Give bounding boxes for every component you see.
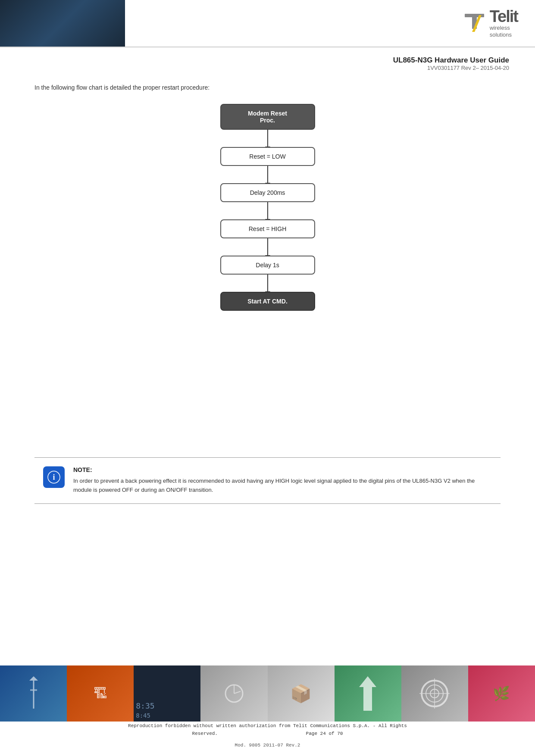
note-content: NOTE: In order to prevent a back powerin… — [73, 466, 492, 495]
footer-copyright: Reproduction forbidden without written a… — [0, 722, 535, 738]
flowchart-arrow-5 — [267, 275, 268, 292]
footer-img-3: 8:358:45 — [134, 665, 200, 722]
footer-copyright-line1: Reproduction forbidden without written a… — [128, 723, 407, 728]
intro-text: In the following flow chart is detailed … — [34, 84, 501, 91]
flowchart-step-2: Reset = LOW — [220, 147, 315, 166]
note-section: i NOTE: In order to prevent a back power… — [34, 457, 501, 504]
flowchart-arrow-3 — [267, 202, 268, 219]
svg-marker-11 — [359, 676, 376, 711]
footer-img-7 — [401, 665, 468, 722]
svg-line-10 — [234, 691, 241, 694]
svg-rect-7 — [30, 689, 37, 691]
logo-tagline: wireless solutions — [490, 25, 518, 38]
telit-logo: Telit wireless solutions — [463, 8, 518, 38]
footer-img-4 — [200, 665, 267, 722]
footer-img-8: 🌿 — [468, 665, 535, 722]
logo-brand: Telit — [490, 8, 518, 25]
flowchart-arrow-4 — [267, 238, 268, 256]
flowchart-step-1: Modem ResetProc. — [220, 104, 315, 130]
page-header: Telit wireless solutions — [0, 0, 535, 47]
note-title: NOTE: — [73, 466, 492, 473]
flowchart-step-4: Reset = HIGH — [220, 219, 315, 238]
svg-marker-6 — [29, 676, 38, 681]
logo-graphic — [463, 12, 486, 35]
footer-image-strip: 🏗 8:358:45 📦 — [0, 665, 535, 722]
footer-reserved: Reserved. — [192, 731, 218, 736]
footer-img-2: 🏗 — [67, 665, 134, 722]
header-left-band — [0, 0, 125, 47]
footer-img-5: 📦 — [268, 665, 335, 722]
flowchart-arrow-1 — [267, 130, 268, 147]
footer-mod-info: Mod. 9805 2011-07 Rev.2 — [0, 740, 535, 748]
main-content: In the following flow chart is detailed … — [0, 75, 535, 525]
footer-img-1 — [0, 665, 67, 722]
document-title-area: UL865-N3G Hardware User Guide 1VV0301177… — [0, 47, 535, 75]
header-right: Telit wireless solutions — [125, 0, 535, 47]
flowchart-arrow-2 — [267, 166, 268, 183]
note-text: In order to prevent a back powering effe… — [73, 477, 492, 495]
flowchart-step-5: Delay 1s — [220, 256, 315, 275]
logo-text-group: Telit wireless solutions — [490, 8, 518, 38]
note-icon: i — [43, 466, 65, 488]
document-title: UL865-N3G Hardware User Guide — [26, 56, 509, 65]
flowchart-step-3: Delay 200ms — [220, 183, 315, 202]
footer-page-info: Page 24 of 70 — [306, 731, 343, 736]
footer-img-6 — [335, 665, 401, 722]
flowchart-step-6: Start AT CMD. — [220, 292, 315, 311]
document-subtitle: 1VV0301177 Rev 2– 2015-04-20 — [26, 65, 509, 71]
flowchart: Modem ResetProc. Reset = LOW Delay 200ms… — [192, 104, 343, 311]
content-spacer — [34, 328, 501, 449]
svg-text:i: i — [53, 473, 55, 481]
